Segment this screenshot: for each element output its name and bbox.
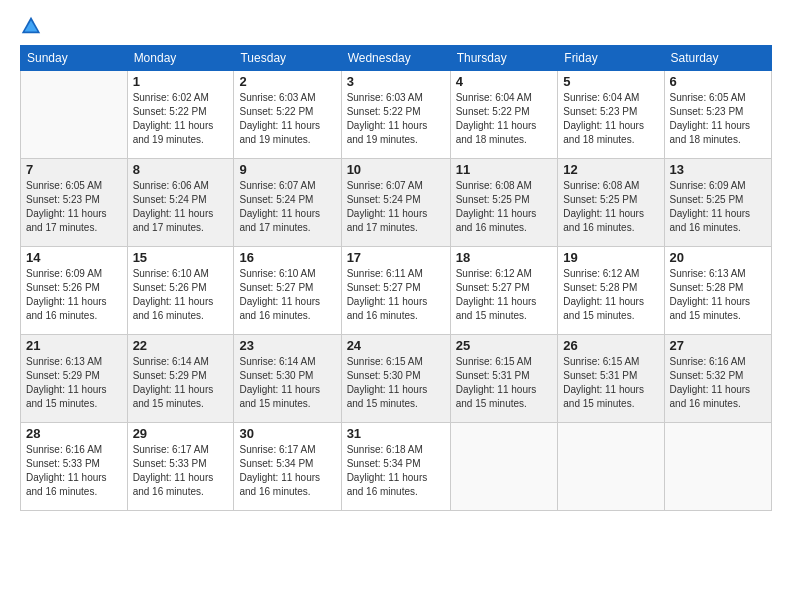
weekday-header-friday: Friday	[558, 46, 664, 71]
day-number: 27	[670, 338, 766, 353]
calendar-cell: 9Sunrise: 6:07 AMSunset: 5:24 PMDaylight…	[234, 159, 341, 247]
calendar-week-5: 28Sunrise: 6:16 AMSunset: 5:33 PMDayligh…	[21, 423, 772, 511]
day-number: 15	[133, 250, 229, 265]
calendar-cell: 12Sunrise: 6:08 AMSunset: 5:25 PMDayligh…	[558, 159, 664, 247]
day-info: Sunrise: 6:09 AMSunset: 5:26 PMDaylight:…	[26, 267, 122, 323]
day-number: 3	[347, 74, 445, 89]
day-info: Sunrise: 6:17 AMSunset: 5:34 PMDaylight:…	[239, 443, 335, 499]
calendar-cell: 3Sunrise: 6:03 AMSunset: 5:22 PMDaylight…	[341, 71, 450, 159]
day-number: 29	[133, 426, 229, 441]
day-info: Sunrise: 6:08 AMSunset: 5:25 PMDaylight:…	[456, 179, 553, 235]
calendar-cell: 31Sunrise: 6:18 AMSunset: 5:34 PMDayligh…	[341, 423, 450, 511]
calendar-cell	[450, 423, 558, 511]
day-number: 7	[26, 162, 122, 177]
weekday-header-monday: Monday	[127, 46, 234, 71]
day-number: 2	[239, 74, 335, 89]
calendar-cell: 23Sunrise: 6:14 AMSunset: 5:30 PMDayligh…	[234, 335, 341, 423]
weekday-header-tuesday: Tuesday	[234, 46, 341, 71]
day-info: Sunrise: 6:03 AMSunset: 5:22 PMDaylight:…	[347, 91, 445, 147]
weekday-header-thursday: Thursday	[450, 46, 558, 71]
calendar-cell: 10Sunrise: 6:07 AMSunset: 5:24 PMDayligh…	[341, 159, 450, 247]
calendar-cell: 26Sunrise: 6:15 AMSunset: 5:31 PMDayligh…	[558, 335, 664, 423]
day-number: 14	[26, 250, 122, 265]
page: SundayMondayTuesdayWednesdayThursdayFrid…	[0, 0, 792, 612]
day-info: Sunrise: 6:04 AMSunset: 5:23 PMDaylight:…	[563, 91, 658, 147]
calendar-week-2: 7Sunrise: 6:05 AMSunset: 5:23 PMDaylight…	[21, 159, 772, 247]
day-info: Sunrise: 6:12 AMSunset: 5:27 PMDaylight:…	[456, 267, 553, 323]
day-info: Sunrise: 6:04 AMSunset: 5:22 PMDaylight:…	[456, 91, 553, 147]
calendar-cell: 29Sunrise: 6:17 AMSunset: 5:33 PMDayligh…	[127, 423, 234, 511]
day-info: Sunrise: 6:10 AMSunset: 5:26 PMDaylight:…	[133, 267, 229, 323]
calendar-cell	[21, 71, 128, 159]
day-number: 10	[347, 162, 445, 177]
logo	[20, 15, 46, 37]
day-number: 21	[26, 338, 122, 353]
day-info: Sunrise: 6:07 AMSunset: 5:24 PMDaylight:…	[347, 179, 445, 235]
calendar-cell: 27Sunrise: 6:16 AMSunset: 5:32 PMDayligh…	[664, 335, 771, 423]
day-info: Sunrise: 6:13 AMSunset: 5:29 PMDaylight:…	[26, 355, 122, 411]
calendar-cell: 22Sunrise: 6:14 AMSunset: 5:29 PMDayligh…	[127, 335, 234, 423]
calendar-cell: 17Sunrise: 6:11 AMSunset: 5:27 PMDayligh…	[341, 247, 450, 335]
day-info: Sunrise: 6:15 AMSunset: 5:31 PMDaylight:…	[456, 355, 553, 411]
day-info: Sunrise: 6:05 AMSunset: 5:23 PMDaylight:…	[670, 91, 766, 147]
calendar-cell: 25Sunrise: 6:15 AMSunset: 5:31 PMDayligh…	[450, 335, 558, 423]
day-number: 23	[239, 338, 335, 353]
day-number: 31	[347, 426, 445, 441]
calendar-cell: 30Sunrise: 6:17 AMSunset: 5:34 PMDayligh…	[234, 423, 341, 511]
weekday-header-wednesday: Wednesday	[341, 46, 450, 71]
day-number: 11	[456, 162, 553, 177]
day-number: 22	[133, 338, 229, 353]
header	[20, 15, 772, 37]
weekday-header-sunday: Sunday	[21, 46, 128, 71]
day-number: 16	[239, 250, 335, 265]
day-number: 24	[347, 338, 445, 353]
day-number: 8	[133, 162, 229, 177]
calendar-week-1: 1Sunrise: 6:02 AMSunset: 5:22 PMDaylight…	[21, 71, 772, 159]
day-info: Sunrise: 6:05 AMSunset: 5:23 PMDaylight:…	[26, 179, 122, 235]
calendar-cell: 13Sunrise: 6:09 AMSunset: 5:25 PMDayligh…	[664, 159, 771, 247]
calendar-cell	[558, 423, 664, 511]
day-info: Sunrise: 6:15 AMSunset: 5:30 PMDaylight:…	[347, 355, 445, 411]
calendar-cell: 4Sunrise: 6:04 AMSunset: 5:22 PMDaylight…	[450, 71, 558, 159]
day-info: Sunrise: 6:18 AMSunset: 5:34 PMDaylight:…	[347, 443, 445, 499]
day-number: 25	[456, 338, 553, 353]
day-number: 5	[563, 74, 658, 89]
day-number: 12	[563, 162, 658, 177]
day-info: Sunrise: 6:16 AMSunset: 5:33 PMDaylight:…	[26, 443, 122, 499]
calendar: SundayMondayTuesdayWednesdayThursdayFrid…	[20, 45, 772, 511]
day-info: Sunrise: 6:02 AMSunset: 5:22 PMDaylight:…	[133, 91, 229, 147]
day-number: 30	[239, 426, 335, 441]
day-number: 26	[563, 338, 658, 353]
day-info: Sunrise: 6:10 AMSunset: 5:27 PMDaylight:…	[239, 267, 335, 323]
calendar-cell: 19Sunrise: 6:12 AMSunset: 5:28 PMDayligh…	[558, 247, 664, 335]
calendar-cell: 8Sunrise: 6:06 AMSunset: 5:24 PMDaylight…	[127, 159, 234, 247]
calendar-cell: 18Sunrise: 6:12 AMSunset: 5:27 PMDayligh…	[450, 247, 558, 335]
day-info: Sunrise: 6:11 AMSunset: 5:27 PMDaylight:…	[347, 267, 445, 323]
day-info: Sunrise: 6:03 AMSunset: 5:22 PMDaylight:…	[239, 91, 335, 147]
weekday-header-row: SundayMondayTuesdayWednesdayThursdayFrid…	[21, 46, 772, 71]
calendar-cell	[664, 423, 771, 511]
calendar-cell: 11Sunrise: 6:08 AMSunset: 5:25 PMDayligh…	[450, 159, 558, 247]
calendar-cell: 16Sunrise: 6:10 AMSunset: 5:27 PMDayligh…	[234, 247, 341, 335]
day-number: 13	[670, 162, 766, 177]
day-info: Sunrise: 6:14 AMSunset: 5:29 PMDaylight:…	[133, 355, 229, 411]
day-info: Sunrise: 6:06 AMSunset: 5:24 PMDaylight:…	[133, 179, 229, 235]
day-number: 6	[670, 74, 766, 89]
calendar-cell: 15Sunrise: 6:10 AMSunset: 5:26 PMDayligh…	[127, 247, 234, 335]
calendar-week-4: 21Sunrise: 6:13 AMSunset: 5:29 PMDayligh…	[21, 335, 772, 423]
day-info: Sunrise: 6:13 AMSunset: 5:28 PMDaylight:…	[670, 267, 766, 323]
day-number: 20	[670, 250, 766, 265]
day-info: Sunrise: 6:16 AMSunset: 5:32 PMDaylight:…	[670, 355, 766, 411]
calendar-cell: 5Sunrise: 6:04 AMSunset: 5:23 PMDaylight…	[558, 71, 664, 159]
day-number: 1	[133, 74, 229, 89]
calendar-cell: 20Sunrise: 6:13 AMSunset: 5:28 PMDayligh…	[664, 247, 771, 335]
day-number: 18	[456, 250, 553, 265]
calendar-cell: 6Sunrise: 6:05 AMSunset: 5:23 PMDaylight…	[664, 71, 771, 159]
calendar-cell: 24Sunrise: 6:15 AMSunset: 5:30 PMDayligh…	[341, 335, 450, 423]
day-info: Sunrise: 6:07 AMSunset: 5:24 PMDaylight:…	[239, 179, 335, 235]
day-info: Sunrise: 6:14 AMSunset: 5:30 PMDaylight:…	[239, 355, 335, 411]
day-info: Sunrise: 6:08 AMSunset: 5:25 PMDaylight:…	[563, 179, 658, 235]
calendar-cell: 7Sunrise: 6:05 AMSunset: 5:23 PMDaylight…	[21, 159, 128, 247]
calendar-week-3: 14Sunrise: 6:09 AMSunset: 5:26 PMDayligh…	[21, 247, 772, 335]
day-number: 17	[347, 250, 445, 265]
